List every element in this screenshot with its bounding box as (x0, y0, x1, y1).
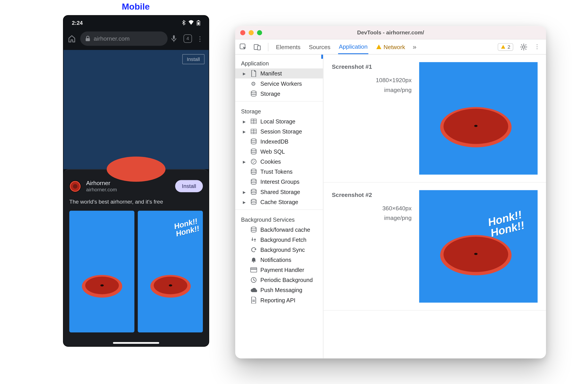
item-storage[interactable]: ▸Storage (235, 89, 323, 99)
mic-icon[interactable] (171, 35, 180, 42)
screenshot-title: Screenshot #2 (332, 190, 412, 200)
devtools-tabbar: Elements Sources Application Network » 2… (235, 40, 546, 55)
item-session-storage[interactable]: ▸Session Storage (235, 126, 323, 136)
browser-toolbar: airhorner.com 4 ⋮ (63, 30, 209, 50)
svg-point-17 (253, 162, 254, 163)
kebab-menu-icon[interactable]: ⋮ (534, 43, 542, 51)
svg-rect-1 (198, 20, 199, 21)
database-icon (250, 138, 257, 145)
item-indexeddb[interactable]: ▸IndexedDB (235, 136, 323, 146)
airhorn-graphic (440, 235, 512, 276)
status-icons (181, 20, 200, 25)
table-icon (250, 128, 257, 135)
item-cache-storage[interactable]: ▸Cache Storage (235, 197, 323, 207)
item-shared-storage[interactable]: ▸Shared Storage (235, 187, 323, 197)
svg-point-19 (251, 179, 256, 181)
screenshot-dims: 360×640px (332, 204, 412, 213)
item-payment-handler[interactable]: ▸Payment Handler (235, 265, 323, 275)
item-manifest[interactable]: ▸Manifest (235, 68, 323, 78)
item-cookies[interactable]: ▸Cookies (235, 157, 323, 166)
install-button[interactable]: Install (175, 180, 203, 192)
tabs-count[interactable]: 4 (184, 34, 192, 43)
svg-point-18 (251, 169, 256, 171)
screenshot-title: Screenshot #1 (332, 62, 412, 71)
inspect-icon[interactable] (239, 43, 247, 51)
database-icon (250, 199, 257, 205)
screenshot-preview-1 (419, 62, 538, 175)
airhorn-graphic-peek (107, 157, 166, 182)
install-sheet: Airhorner airhorner.com Install The worl… (63, 169, 209, 347)
database-icon (250, 178, 257, 185)
svg-rect-7 (257, 45, 260, 50)
item-reporting[interactable]: ▸Reporting API (235, 295, 323, 305)
card-icon (250, 266, 257, 273)
phone-frame: 2:24 airhorner.com (63, 15, 209, 347)
page-viewport: Install (63, 50, 209, 169)
database-icon (250, 226, 257, 233)
airhorn-graphic (150, 275, 190, 298)
app-description: The world's best airhorner, and it's fre… (69, 199, 203, 205)
screenshot-dims: 1080×1920px (332, 76, 412, 85)
airhorn-graphic (82, 275, 122, 298)
database-icon (250, 148, 257, 155)
fetch-icon (250, 236, 257, 243)
database-icon (250, 188, 257, 195)
screenshot-row-1: Screenshot #1 1080×1920px image/png (323, 55, 546, 182)
status-time: 2:24 (72, 20, 83, 26)
svg-rect-3 (86, 38, 90, 41)
svg-point-16 (254, 161, 255, 162)
tab-elements[interactable]: Elements (275, 40, 301, 54)
install-button-banner[interactable]: Install (182, 54, 204, 64)
settings-icon[interactable] (520, 43, 527, 51)
svg-point-20 (251, 189, 256, 191)
group-background-services: Background Services (235, 212, 323, 224)
bell-icon (250, 257, 257, 263)
item-websql[interactable]: ▸Web SQL (235, 146, 323, 157)
item-local-storage[interactable]: ▸Local Storage (235, 116, 323, 126)
bluetooth-icon (181, 20, 186, 25)
overflow-menu-icon[interactable]: ⋮ (195, 35, 204, 43)
table-icon (250, 118, 257, 124)
cloud-icon (250, 287, 257, 293)
screenshot-mime: image/png (332, 85, 412, 94)
device-toggle-icon[interactable] (254, 43, 261, 51)
item-service-workers[interactable]: ▸⚙Service Workers (235, 79, 323, 89)
honk-text: Honk!! Honk!! (173, 218, 200, 238)
item-bfcache[interactable]: ▸Back/forward cache (235, 224, 323, 235)
sync-icon (250, 246, 257, 253)
label-mobile: Mobile (122, 2, 150, 12)
item-bg-fetch[interactable]: ▸Background Fetch (235, 235, 323, 245)
item-bg-sync[interactable]: ▸Background Sync (235, 245, 323, 255)
item-interest-groups[interactable]: ▸Interest Groups (235, 177, 323, 187)
gesture-bar (113, 342, 159, 344)
app-domain: airhorner.com (86, 187, 170, 193)
item-notifications[interactable]: ▸Notifications (235, 255, 323, 265)
tab-application[interactable]: Application (338, 40, 368, 54)
clock-icon (250, 277, 257, 283)
application-sidebar: Application ▸Manifest ▸⚙Service Workers … (235, 55, 323, 358)
status-bar: 2:24 (63, 16, 209, 30)
screenshot-preview-2: Honk!! Honk!! (419, 190, 538, 303)
svg-rect-24 (251, 268, 257, 272)
more-tabs-icon[interactable]: » (413, 43, 417, 51)
tab-sources[interactable]: Sources (308, 40, 331, 54)
item-push[interactable]: ▸Push Messaging (235, 285, 323, 295)
svg-point-8 (523, 45, 525, 48)
issues-badge[interactable]: 2 (498, 43, 513, 51)
home-icon[interactable] (68, 34, 77, 43)
svg-point-12 (251, 139, 256, 141)
honk-text: Honk!! Honk!! (486, 209, 525, 239)
item-periodic-sync[interactable]: ▸Periodic Background (235, 275, 323, 285)
svg-point-13 (251, 149, 256, 151)
wifi-icon (188, 20, 194, 25)
screenshot-thumb-2[interactable]: Honk!! Honk!! (138, 211, 203, 332)
screenshot-thumb-1[interactable] (69, 211, 134, 332)
tab-network[interactable]: Network (375, 40, 406, 54)
svg-point-14 (251, 159, 256, 164)
devtools-window: DevTools - airhorner.com/ Elements Sourc… (235, 26, 546, 359)
manifest-content: Screenshot #1 1080×1920px image/png Scre… (323, 55, 546, 358)
svg-rect-25 (251, 269, 257, 269)
url-bar[interactable]: airhorner.com (80, 31, 168, 46)
item-trust-tokens[interactable]: ▸Trust Tokens (235, 166, 323, 177)
storage-icon (250, 90, 257, 97)
